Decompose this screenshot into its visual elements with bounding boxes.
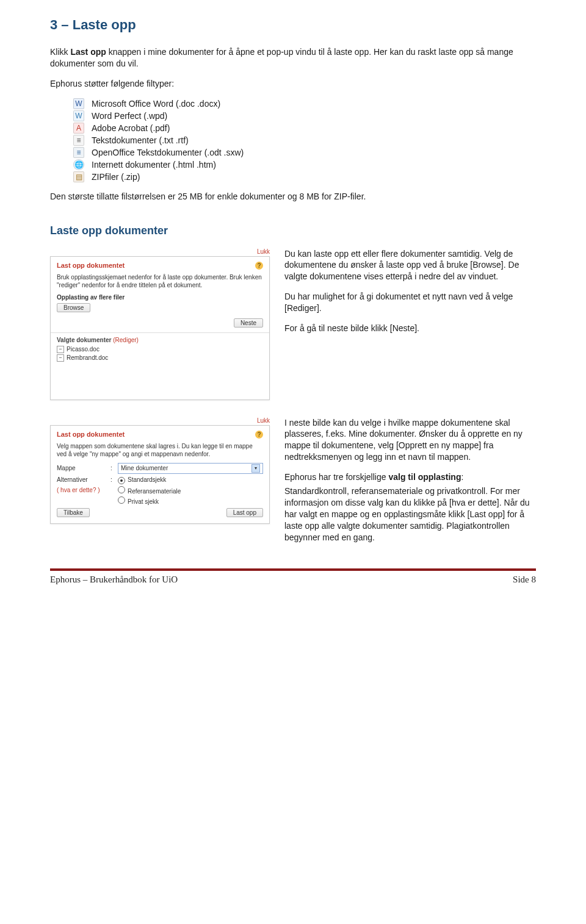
doc-name: Rembrandt.doc <box>67 354 108 361</box>
filetype-label: Internett dokumenter (.html .htm) <box>92 160 216 170</box>
filetype-row: ≡ OpenOffice Tekstdokumenter (.odt .sxw) <box>50 147 536 158</box>
intro-post: knappen i mine dokumenter for å åpne et … <box>50 47 513 68</box>
side1-p1: Du kan laste opp ett eller flere dokumen… <box>284 248 536 283</box>
filetype-row: W Word Perfect (.wpd) <box>50 110 536 121</box>
pdf-icon: A <box>73 123 84 134</box>
selected-docs-label: Valgte dokumenter (Rediger) <box>57 337 263 343</box>
filetypes-list: W Microsoft Office Word (.doc .docx) W W… <box>50 98 536 182</box>
zip-icon: ▤ <box>73 171 84 182</box>
close-link[interactable]: Lukk <box>50 417 270 424</box>
radio-option[interactable]: Privat sjekk <box>118 496 263 505</box>
panel-title: Last opp dokumentet <box>57 431 125 438</box>
filetype-label: OpenOffice Tekstdokumenter (.odt .sxw) <box>92 148 244 157</box>
side2-p2: Ephorus har tre forskjellige valg til op… <box>284 471 536 483</box>
filetype-label: Adobe Acrobat (.pdf) <box>92 123 170 133</box>
folder-select-value: Mine dokumenter <box>121 465 168 471</box>
back-button[interactable]: Tilbake <box>57 508 90 517</box>
next-button[interactable]: Neste <box>234 318 263 328</box>
chevron-down-icon: ▾ <box>251 464 260 473</box>
remove-doc-button[interactable]: − <box>57 346 64 353</box>
odt-icon: ≡ <box>73 147 84 158</box>
alternatives-label: Alternativer <box>57 476 107 483</box>
radio-icon <box>118 496 125 504</box>
panel-desc: Velg mappen som dokumentene skal lagres … <box>57 442 263 458</box>
doc-row: − Picasso.doc <box>57 346 263 353</box>
txt-icon: ≡ <box>73 135 84 146</box>
filetype-row: 🌐 Internett dokumenter (.html .htm) <box>50 159 536 170</box>
radio-option[interactable]: Standardsjekk <box>118 476 263 484</box>
side2-p3: Standardkontroll, referansemateriale og … <box>284 485 536 543</box>
filetype-row: ▤ ZIPfiler (.zip) <box>50 171 536 182</box>
word-icon: W <box>73 98 84 109</box>
panel-desc: Bruk opplastingsskjemaet nedenfor for å … <box>57 273 263 289</box>
footer-right: Side 8 <box>513 575 536 585</box>
help-icon[interactable]: ? <box>255 431 263 439</box>
upload-button[interactable]: Last opp <box>226 508 263 517</box>
close-link[interactable]: Lukk <box>50 248 270 255</box>
radio-icon <box>118 486 125 493</box>
side2-p2-post: : <box>461 472 463 482</box>
upload-section-label: Opplasting av flere filer <box>57 294 263 301</box>
max-size-line: Den største tillatte filstørrelsen er 25… <box>50 191 536 202</box>
edit-link[interactable]: (Rediger) <box>113 337 139 343</box>
intro-bold: Last opp <box>70 47 106 57</box>
radio-icon <box>118 477 125 484</box>
filetype-row: A Adobe Acrobat (.pdf) <box>50 123 536 134</box>
radio-option[interactable]: Referansemateriale <box>118 486 263 495</box>
screenshot-upload-step2: Lukk Last opp dokumentet ? Velg mappen s… <box>50 417 270 552</box>
intro-paragraph: Klikk Last opp knappen i mine dokumenter… <box>50 46 536 70</box>
side1-p3: For å gå til neste bilde klikk [Neste]. <box>284 323 536 334</box>
filetype-row: W Microsoft Office Word (.doc .docx) <box>50 98 536 109</box>
side2-p2-bold: valg til opplasting <box>388 472 461 482</box>
folder-select[interactable]: Mine dokumenter ▾ <box>118 463 263 474</box>
supports-line: Ephorus støtter følgende filtyper: <box>50 78 536 90</box>
side2-p1: I neste bilde kan du velge i hvilke mapp… <box>284 417 536 464</box>
remove-doc-button[interactable]: − <box>57 354 64 362</box>
option-label: Privat sjekk <box>128 498 159 505</box>
selected-label-text: Valgte dokumenter <box>57 337 111 343</box>
help-icon[interactable]: ? <box>255 262 263 270</box>
footer-left: Ephorus – Brukerhåndbok for UiO <box>50 575 178 585</box>
filetype-label: Tekstdokumenter (.txt .rtf) <box>92 135 189 145</box>
option-label: Standardsjekk <box>128 476 166 483</box>
section-heading: 3 – Laste opp <box>50 17 536 33</box>
sub-heading: Laste opp dokumenter <box>50 224 536 237</box>
doc-row: − Rembrandt.doc <box>57 354 263 362</box>
screenshot-upload-step1: Lukk Last opp dokumentet ? Bruk opplasti… <box>50 248 270 400</box>
page-footer: Ephorus – Brukerhåndbok for UiO Side 8 <box>50 568 536 585</box>
browse-button[interactable]: Browse <box>57 303 90 312</box>
filetype-row: ≡ Tekstdokumenter (.txt .rtf) <box>50 135 536 146</box>
wordperfect-icon: W <box>73 110 84 121</box>
folder-label: Mappe <box>57 465 107 471</box>
globe-icon: 🌐 <box>73 159 84 170</box>
intro-pre: Klikk <box>50 47 70 57</box>
doc-name: Picasso.doc <box>67 346 99 353</box>
filetype-label: Word Perfect (.wpd) <box>92 111 167 121</box>
panel-title: Last opp dokumentet <box>57 262 125 269</box>
side1-p2: Du har mulighet for å gi dokumentet et n… <box>284 291 536 314</box>
filetype-label: ZIPfiler (.zip) <box>92 172 140 182</box>
side2-p2-pre: Ephorus har tre forskjellige <box>284 472 388 482</box>
option-label: Referansemateriale <box>128 488 181 495</box>
filetype-label: Microsoft Office Word (.doc .docx) <box>92 99 220 109</box>
